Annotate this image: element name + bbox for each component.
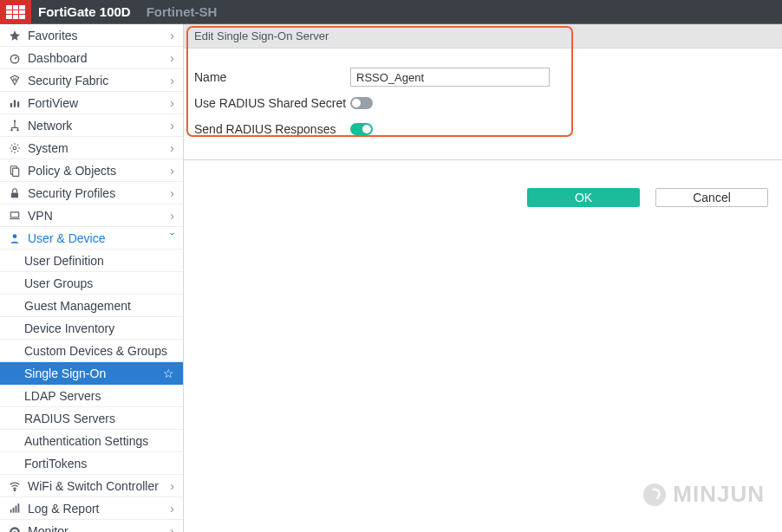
svg-rect-4 [13,10,18,14]
sidebar-sub-fortitokens[interactable]: FortiTokens [0,452,183,475]
sidebar-sub-user-groups[interactable]: User Groups [0,272,183,295]
sidebar-sub-label: FortiTokens [24,457,174,470]
radius-shared-label: Use RADIUS Shared Secret [194,96,350,110]
cancel-button[interactable]: Cancel [655,188,768,207]
sidebar-item-vpn[interactable]: VPN› [0,204,183,227]
svg-rect-3 [6,10,12,14]
chevron-icon: › [170,479,174,493]
svg-rect-18 [13,168,19,176]
sidebar-sub-label: Guest Management [24,299,174,313]
svg-rect-7 [13,15,18,19]
svg-rect-24 [10,509,12,513]
sidebar-sub-label: Single Sign-On [24,367,163,380]
chevron-icon: › [170,141,174,155]
panel-body: Name Use RADIUS Shared Secret Send RADIU… [184,49,782,159]
sidebar-sub-authentication-settings[interactable]: Authentication Settings [0,430,183,452]
chevron-icon: › [170,96,174,110]
svg-rect-20 [10,211,18,217]
sidebar-item-security-profiles[interactable]: Security Profiles› [0,182,183,204]
name-label: Name [194,70,350,84]
sidebar-item-label: FortiView [28,96,170,110]
action-row: OK Cancel [184,188,782,207]
sidebar-item-label: User & Device [28,231,170,245]
user-icon [7,232,23,244]
sidebar-item-wifi-switch-controller[interactable]: WiFi & Switch Controller› [0,475,183,497]
sidebar-item-system[interactable]: System› [0,137,183,159]
sidebar-sub-guest-management[interactable]: Guest Management [0,295,183,317]
sidebar-item-label: VPN [28,209,170,223]
sidebar-item-dashboard[interactable]: Dashboard› [0,47,183,69]
svg-point-23 [14,489,16,490]
wifi-icon [7,480,23,492]
sidebar-item-monitor[interactable]: Monitor› [0,520,183,532]
svg-rect-0 [6,5,12,10]
sidebar-sub-label: Custom Devices & Groups [24,344,174,358]
send-radius-label: Send RADIUS Responses [194,122,350,136]
sidebar-item-label: WiFi & Switch Controller [28,479,170,493]
main-content: Edit Single Sign-On Server Name Use RADI… [184,24,782,532]
sidebar-item-user-device[interactable]: User & Deviceˇ [0,227,183,250]
svg-point-15 [16,129,18,131]
svg-rect-26 [16,505,17,512]
sidebar-sub-custom-devices-groups[interactable]: Custom Devices & Groups [0,340,183,362]
chevron-icon: › [170,74,174,88]
chevron-icon: › [170,502,174,516]
product-name: FortiGate 100D [31,4,138,19]
chevron-icon: › [170,524,174,533]
svg-rect-25 [13,507,15,512]
sidebar-sub-user-definition[interactable]: User Definition [0,250,183,272]
svg-point-22 [13,234,17,238]
chevron-icon: ˇ [170,231,174,245]
sidebar-sub-radius-servers[interactable]: RADIUS Servers [0,407,183,430]
sidebar-item-policy-objects[interactable]: Policy & Objects› [0,159,183,182]
sidebar-item-label: Policy & Objects [28,164,170,178]
svg-rect-10 [10,103,12,107]
lock-icon [7,187,23,199]
chevron-icon: › [170,51,174,65]
chevron-icon: › [170,164,174,178]
svg-point-14 [10,129,12,131]
sidebar-item-label: Security Fabric [28,74,170,88]
sidebar-item-label: Dashboard [28,51,170,65]
favorite-star-icon[interactable]: ☆ [163,367,174,380]
name-input[interactable] [350,68,550,87]
panel-title: Edit Single Sign-On Server [184,24,782,49]
sidebar-item-label: System [28,141,170,155]
radius-shared-toggle[interactable] [350,97,373,109]
dashboard-icon [7,52,23,64]
chevron-icon: › [170,209,174,223]
row-name: Name [194,66,772,88]
ok-button[interactable]: OK [527,188,640,207]
svg-rect-6 [6,15,12,19]
sidebar-item-favorites[interactable]: Favorites› [0,24,183,47]
sidebar-item-fortiview[interactable]: FortiView› [0,92,183,114]
sidebar-item-network[interactable]: Network› [0,114,183,137]
chevron-icon: › [170,119,174,133]
edit-sso-panel: Edit Single Sign-On Server Name Use RADI… [184,24,782,160]
sidebar-sub-device-inventory[interactable]: Device Inventory [0,317,183,340]
sidebar-item-label: Log & Report [28,502,170,516]
sidebar: Favorites›Dashboard›Security Fabric›Fort… [0,24,184,532]
chevron-icon: › [170,186,174,200]
sidebar-sub-label: User Definition [24,254,174,268]
svg-rect-19 [11,192,18,198]
network-icon [7,120,23,132]
sidebar-sub-label: Device Inventory [24,321,174,335]
svg-rect-2 [19,5,25,10]
app-header: FortiGate 100D Fortinet-SH [0,0,782,24]
sidebar-item-security-fabric[interactable]: Security Fabric› [0,69,183,92]
svg-rect-21 [10,217,20,218]
send-radius-toggle[interactable] [350,123,373,135]
svg-rect-12 [17,101,19,107]
sidebar-sub-ldap-servers[interactable]: LDAP Servers [0,385,183,407]
svg-rect-11 [14,100,16,107]
star-icon [7,29,23,42]
policy-icon [7,165,23,177]
sidebar-sub-label: Authentication Settings [24,434,174,448]
shield-icon [7,75,23,87]
sidebar-sub-single-sign-on[interactable]: Single Sign-On☆ [0,362,183,385]
sidebar-item-label: Favorites [28,29,170,42]
sidebar-item-label: Security Profiles [28,186,170,200]
sidebar-item-label: Monitor [28,524,170,533]
sidebar-item-log-report[interactable]: Log & Report› [0,497,183,520]
